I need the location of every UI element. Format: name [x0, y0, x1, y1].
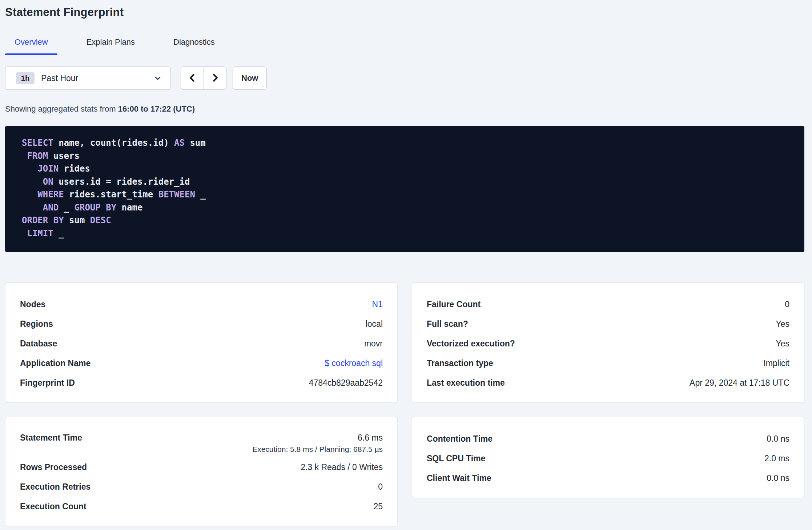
application-name-link[interactable]: $ cockroach sql [325, 358, 383, 368]
stat-value: local [366, 319, 383, 329]
stat-label: Database [20, 339, 57, 349]
stat-value: 0.0 ns [767, 473, 789, 483]
row-client-wait-time: Client Wait Time 0.0 ns [427, 468, 789, 488]
statement-fingerprint-page: Statement Fingerprint Overview Explain P… [0, 0, 812, 526]
row-nodes: Nodes N1 [20, 294, 383, 314]
time-range-label: Past Hour [41, 73, 78, 83]
time-controls: 1h Past Hour [5, 67, 804, 90]
stat-label: Fingerprint ID [20, 378, 75, 388]
row-transaction-type: Transaction type Implicit [427, 353, 789, 373]
stat-label: Rows Processed [20, 462, 87, 472]
stat-label: Vectorized execution? [427, 339, 515, 349]
stat-label: Full scan? [427, 319, 468, 329]
chevron-down-icon [154, 74, 162, 82]
row-sql-cpu-time: SQL CPU Time 2.0 ms [427, 449, 789, 468]
sql-statement-box: SELECT name, count(rides.id) AS sum FROM… [5, 126, 804, 252]
stat-value: Yes [776, 339, 789, 349]
page-title: Statement Fingerprint [5, 6, 804, 19]
aggregated-stats-text: Showing aggregated stats from 16:00 to 1… [5, 104, 804, 114]
stat-value: Yes [776, 319, 789, 329]
stat-value: 0 [378, 482, 383, 492]
row-execution-retries: Execution Retries 0 [20, 477, 383, 497]
tab-explain-plans-label: Explain Plans [87, 37, 135, 47]
row-execution-count: Execution Count 25 [20, 497, 383, 516]
stat-label: Execution Retries [20, 482, 91, 492]
row-contention-time: Contention Time 0.0 ns [427, 429, 789, 449]
row-application-name: Application Name $ cockroach sql [20, 353, 383, 373]
stat-label: Transaction type [427, 358, 493, 368]
tab-bar: Overview Explain Plans Diagnostics [5, 32, 804, 55]
aggregated-stats-prefix: Showing aggregated stats from [5, 104, 116, 113]
prev-time-button[interactable] [181, 67, 204, 89]
row-vectorized-execution: Vectorized execution? Yes [427, 334, 789, 353]
tab-diagnostics-label: Diagnostics [173, 37, 215, 47]
stat-label: Nodes [20, 300, 45, 309]
tab-overview-label: Overview [15, 37, 48, 47]
row-full-scan: Full scan? Yes [427, 314, 789, 334]
row-database: Database movr [20, 334, 383, 353]
stat-label: Contention Time [427, 434, 493, 444]
stat-value: 4784cb829aab2542 [309, 378, 383, 388]
next-time-button[interactable] [204, 67, 226, 89]
stat-value: Implicit [763, 358, 789, 368]
execution-stats-card: Statement Time 6.6 ms Execution: 5.8 ms … [5, 417, 398, 526]
wait-time-card: Contention Time 0.0 ns SQL CPU Time 2.0 … [412, 417, 804, 498]
tab-diagnostics[interactable]: Diagnostics [164, 32, 224, 55]
stat-value: movr [364, 339, 383, 349]
stat-label: Statement Time [20, 433, 82, 443]
stat-label: Execution Count [20, 502, 87, 511]
statement-details-card: Nodes N1 Regions local Database movr App… [5, 282, 398, 403]
stat-label: Last execution time [427, 378, 505, 388]
stat-value: 25 [373, 502, 383, 511]
stat-label: Client Wait Time [427, 473, 491, 483]
now-button[interactable]: Now [233, 67, 267, 90]
row-fingerprint-id: Fingerprint ID 4784cb829aab2542 [20, 373, 383, 393]
stat-value: 2.0 ms [764, 454, 789, 463]
stat-value: 2.3 k Reads / 0 Writes [301, 462, 383, 472]
aggregated-stats-range: 16:00 to 17:22 (UTC) [118, 104, 195, 113]
row-regions: Regions local [20, 314, 383, 334]
summary-cards: Nodes N1 Regions local Database movr App… [5, 282, 804, 526]
tab-explain-plans[interactable]: Explain Plans [77, 32, 144, 55]
row-rows-processed: Rows Processed 2.3 k Reads / 0 Writes [20, 457, 383, 477]
row-last-execution-time: Last execution time Apr 29, 2024 at 17:1… [427, 373, 789, 393]
sql-statement-text: SELECT name, count(rides.id) AS sum FROM… [22, 137, 788, 240]
time-range-badge: 1h [16, 72, 35, 84]
stat-value: Apr 29, 2024 at 17:18 UTC [690, 378, 789, 388]
stat-label: Failure Count [427, 300, 481, 309]
time-window-pager [181, 67, 226, 90]
stat-label: Application Name [20, 358, 91, 368]
execution-attributes-card: Failure Count 0 Full scan? Yes Vectorize… [412, 282, 804, 403]
stat-value: 0.0 ns [767, 434, 789, 444]
chevron-left-icon [188, 73, 197, 84]
tab-overview[interactable]: Overview [5, 32, 57, 55]
stat-label: Regions [20, 319, 53, 329]
stat-value: 0 [785, 300, 789, 309]
row-failure-count: Failure Count 0 [427, 294, 789, 314]
statement-time-breakdown: Execution: 5.8 ms / Planning: 687.5 µs [20, 445, 383, 457]
stat-value: 6.6 ms [358, 433, 383, 443]
row-statement-time: Statement Time 6.6 ms Execution: 5.8 ms … [20, 429, 383, 457]
stat-label: SQL CPU Time [427, 454, 485, 463]
time-range-dropdown[interactable]: 1h Past Hour [5, 67, 171, 90]
nodes-link[interactable]: N1 [372, 300, 383, 309]
chevron-right-icon [210, 73, 220, 84]
